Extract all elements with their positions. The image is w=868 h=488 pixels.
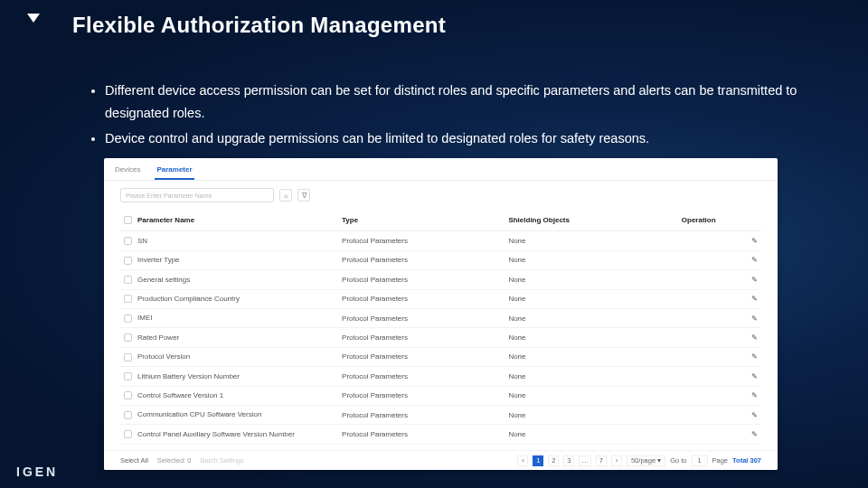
search-input[interactable]: Please Enter Parameter Name	[120, 188, 274, 202]
cell-name: General settings	[137, 276, 190, 284]
cell-name: Protocol Version	[137, 352, 190, 361]
cell-name: Rated Power	[137, 333, 179, 342]
cell-name: Control Software Version 1	[137, 391, 223, 399]
row-checkbox[interactable]	[124, 411, 132, 419]
tab-devices[interactable]: Devices	[113, 163, 142, 180]
row-checkbox[interactable]	[124, 295, 132, 303]
row-checkbox[interactable]	[124, 314, 132, 323]
table-row: Communication CPU Software VersionProtoc…	[120, 405, 761, 424]
row-checkbox[interactable]	[124, 430, 132, 438]
page-1[interactable]: 1	[533, 455, 543, 466]
cell-shield: None	[505, 289, 677, 308]
row-checkbox[interactable]	[124, 353, 132, 361]
checkbox-all[interactable]	[124, 216, 132, 224]
row-checkbox[interactable]	[124, 237, 132, 245]
cell-name: Production Compliance Country	[137, 295, 240, 303]
tab-parameter[interactable]: Parameter	[155, 163, 193, 180]
edit-icon[interactable]: ✎	[678, 405, 761, 424]
cell-type: Protocol Parameters	[338, 367, 505, 386]
page-7[interactable]: 7	[596, 455, 607, 466]
dropdown-caret-icon[interactable]	[27, 14, 40, 23]
col-header-name: Parameter Name	[137, 216, 194, 224]
cell-type: Protocol Parameters	[338, 289, 505, 308]
edit-icon[interactable]: ✎	[678, 289, 761, 308]
app-screenshot: DevicesParameter Please Enter Parameter …	[104, 158, 778, 470]
filter-icon[interactable]: ∇	[297, 189, 310, 202]
table-row: SNProtocol ParametersNone✎	[120, 231, 761, 250]
cell-shield: None	[505, 347, 677, 366]
table-row: General settingsProtocol ParametersNone✎	[120, 270, 761, 289]
per-page-select[interactable]: 50/page ▾	[627, 455, 665, 466]
page-label: Page	[712, 456, 729, 465]
cell-type: Protocol Parameters	[338, 347, 505, 366]
parameter-table: Parameter Name Type Shielding Objects Op…	[120, 210, 761, 464]
cell-type: Protocol Parameters	[338, 386, 505, 405]
cell-shield: None	[505, 367, 677, 386]
brand-logo: IGEN	[16, 465, 58, 479]
edit-icon[interactable]: ✎	[678, 270, 761, 289]
edit-icon[interactable]: ✎	[678, 347, 761, 366]
page-…[interactable]: …	[579, 455, 591, 466]
col-header-shield: Shielding Objects	[505, 210, 677, 231]
edit-icon[interactable]: ✎	[678, 386, 761, 405]
edit-icon[interactable]: ✎	[678, 328, 761, 347]
cell-shield: None	[505, 231, 677, 250]
go-to-label: Go to	[670, 456, 686, 465]
select-all-link[interactable]: Select All	[120, 456, 148, 465]
page-3[interactable]: 3	[563, 455, 574, 466]
page-2[interactable]: 2	[548, 455, 559, 466]
cell-shield: None	[505, 405, 677, 424]
cell-shield: None	[505, 308, 677, 327]
table-row: Rated PowerProtocol ParametersNone✎	[120, 328, 761, 347]
edit-icon[interactable]: ✎	[678, 425, 761, 444]
row-checkbox[interactable]	[124, 391, 132, 399]
table-row: IMEIProtocol ParametersNone✎	[120, 308, 761, 327]
cell-type: Protocol Parameters	[338, 328, 505, 347]
cell-type: Protocol Parameters	[338, 250, 505, 269]
selected-count: Selected: 0	[157, 456, 192, 465]
table-row: Lithium Battery Version NumberProtocol P…	[120, 367, 761, 386]
search-icon[interactable]: ⌕	[279, 189, 292, 202]
edit-icon[interactable]: ✎	[678, 231, 761, 250]
row-checkbox[interactable]	[124, 372, 132, 380]
table-row: Production Compliance CountryProtocol Pa…	[120, 289, 761, 308]
cell-type: Protocol Parameters	[338, 425, 505, 444]
page-next[interactable]: ›	[611, 455, 622, 466]
row-checkbox[interactable]	[124, 333, 132, 342]
batch-settings-link[interactable]: Batch Settings	[200, 456, 243, 465]
cell-shield: None	[505, 250, 677, 269]
row-checkbox[interactable]	[124, 257, 132, 265]
table-row: Control Software Version 1Protocol Param…	[120, 386, 761, 405]
cell-shield: None	[505, 328, 677, 347]
cell-name: Inverter Type	[137, 256, 180, 264]
bullet-item: Different device access permission can b…	[105, 80, 814, 124]
col-header-type: Type	[338, 210, 505, 231]
bullet-item: Device control and upgrade permissions c…	[105, 127, 814, 150]
cell-name: Lithium Battery Version Number	[137, 372, 240, 380]
col-header-operation: Operation	[678, 210, 761, 231]
cell-type: Protocol Parameters	[338, 231, 505, 250]
cell-shield: None	[505, 386, 677, 405]
edit-icon[interactable]: ✎	[678, 308, 761, 327]
cell-type: Protocol Parameters	[338, 270, 505, 289]
go-to-input[interactable]: 1	[692, 455, 708, 466]
cell-name: SN	[137, 237, 147, 245]
total-count: Total 307	[732, 456, 761, 465]
bullet-list: Different device access permission can b…	[89, 80, 814, 154]
cell-shield: None	[505, 425, 677, 444]
table-row: Control Panel Auxiliary Software Version…	[120, 425, 761, 444]
table-row: Protocol VersionProtocol ParametersNone✎	[120, 347, 761, 366]
row-checkbox[interactable]	[124, 276, 132, 284]
page-title: Flexible Authorization Management	[72, 13, 446, 38]
page-prev[interactable]: ‹	[517, 455, 528, 466]
cell-type: Protocol Parameters	[338, 405, 505, 424]
cell-name: IMEI	[137, 314, 152, 322]
table-row: Inverter TypeProtocol ParametersNone✎	[120, 250, 761, 269]
cell-shield: None	[505, 270, 677, 289]
edit-icon[interactable]: ✎	[678, 367, 761, 386]
cell-name: Control Panel Auxiliary Software Version…	[137, 430, 295, 438]
cell-name: Communication CPU Software Version	[137, 410, 261, 418]
cell-type: Protocol Parameters	[338, 308, 505, 327]
table-footer: Select All Selected: 0 Batch Settings ‹1…	[104, 450, 778, 470]
edit-icon[interactable]: ✎	[678, 250, 761, 269]
